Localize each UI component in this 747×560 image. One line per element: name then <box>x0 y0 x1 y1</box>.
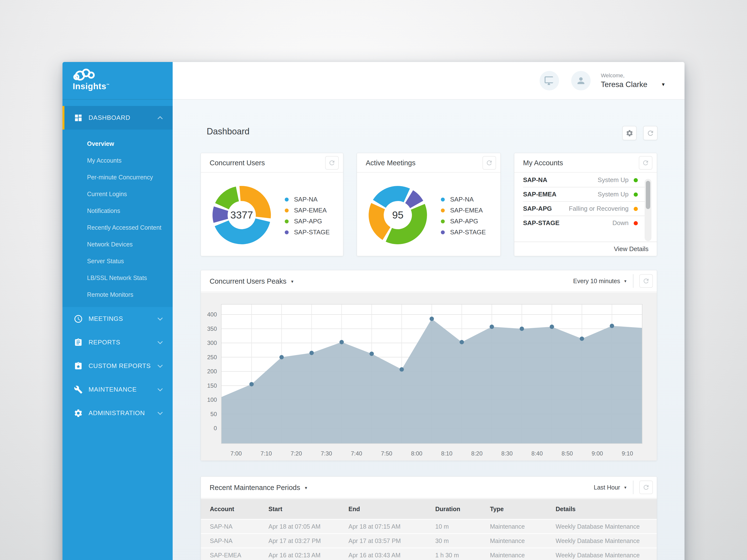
legend-item-sap-stage: SAP-STAGE <box>441 227 486 238</box>
scrollbar-thumb[interactable] <box>646 181 650 209</box>
sidebar-section-label: CUSTOM REPORTS <box>88 362 151 370</box>
sidebar-item-overview[interactable]: Overview <box>62 135 173 152</box>
clock-icon <box>73 314 84 324</box>
account-row-sap-stage: SAP-STAGEDown <box>523 216 648 231</box>
account-name: SAP-APG <box>523 202 552 216</box>
y-tick-label: 150 <box>201 382 217 389</box>
legend-item-sap-emea: SAP-EMEA <box>441 205 486 216</box>
column-header-end: End <box>349 499 360 519</box>
refresh-peaks-button[interactable] <box>639 274 653 288</box>
peaks-title-dropdown[interactable]: Concurrent Users Peaks▼ <box>210 270 294 293</box>
cloud-logo-icon <box>73 67 100 82</box>
refresh-icon <box>642 159 649 166</box>
sidebar-item-per-minute-concurrency[interactable]: Per-minute Concurrency <box>62 169 173 186</box>
x-tick-label: 7:20 <box>281 450 311 457</box>
table-cell: 10 m <box>435 519 449 534</box>
sidebar-section-meetings[interactable]: MEETINGS <box>62 307 173 330</box>
x-tick-label: 8:00 <box>402 450 432 457</box>
refresh-concurrent-users-button[interactable] <box>325 156 339 170</box>
caret-down-icon: ▼ <box>290 279 294 284</box>
monitor-button[interactable] <box>540 71 559 90</box>
data-point-8:20 <box>460 340 464 344</box>
account-status: System Up <box>598 187 628 201</box>
welcome-label: Welcome, <box>601 73 666 79</box>
settings-button[interactable] <box>622 126 637 140</box>
data-point-8:40 <box>520 327 524 331</box>
y-tick-label: 300 <box>201 340 217 346</box>
maintenance-table: AccountStartEndDurationTypeDetails SAP-N… <box>201 499 657 560</box>
y-tick-label: 100 <box>201 396 217 403</box>
table-cell: Weekly Database Maintenance <box>556 548 640 560</box>
table-row: SAP-EMEAApr 16 at 02:13 AMApr 16 at 03:4… <box>201 548 657 560</box>
table-cell: 30 m <box>435 534 449 548</box>
clipboard-icon <box>73 337 84 348</box>
user-menu[interactable]: Welcome, Teresa Clarke ▼ <box>601 73 666 89</box>
table-cell: Apr 17 at 03:57 PM <box>349 534 401 548</box>
data-point-7:50 <box>369 351 374 356</box>
accounts-scrollbar[interactable] <box>645 179 651 241</box>
sidebar-section-maintenance[interactable]: MAINTENANCE <box>62 378 173 401</box>
column-header-type: Type <box>490 499 504 519</box>
chevron-down-icon <box>158 339 163 344</box>
sidebar-item-notifications[interactable]: Notifications <box>62 203 173 219</box>
person-icon <box>576 76 586 86</box>
my-accounts-card: My Accounts SAP-NASystem UpSAP-EMEASyste… <box>514 153 657 256</box>
concurrent-users-peaks-card: Concurrent Users Peaks▼ Every 10 minutes… <box>201 270 657 461</box>
sidebar-item-my-accounts[interactable]: My Accounts <box>62 152 173 169</box>
table-header-row: AccountStartEndDurationTypeDetails <box>201 499 657 519</box>
sidebar-item-server-status[interactable]: Server Status <box>62 253 173 270</box>
account-row-sap-na: SAP-NASystem Up <box>523 173 648 187</box>
table-cell: Maintenance <box>490 548 525 560</box>
time-range-dropdown[interactable]: Last Hour <box>594 484 620 491</box>
chevron-down-icon <box>158 316 163 321</box>
legend-dot-icon <box>285 219 289 223</box>
refresh-page-button[interactable] <box>643 126 658 140</box>
legend-item-sap-na: SAP-NA <box>285 194 330 205</box>
user-avatar[interactable] <box>571 71 591 90</box>
legend-dot-icon <box>441 219 445 223</box>
legend-dot-icon <box>441 197 445 202</box>
sidebar: Insights™ DASHBOARDOverviewMy AccountsPe… <box>62 62 173 560</box>
data-point-7:20 <box>279 355 284 359</box>
chevron-down-icon <box>158 410 163 415</box>
sidebar-item-network-devices[interactable]: Network Devices <box>62 236 173 253</box>
data-point-7:10 <box>250 382 254 386</box>
table-cell: 1 h 30 m <box>435 548 459 560</box>
caret-down-icon: ▼ <box>304 486 308 490</box>
view-details-link[interactable]: View Details <box>614 242 648 256</box>
user-menu-caret-icon[interactable]: ▼ <box>661 82 666 87</box>
sidebar-item-lb-ssl-network-stats[interactable]: LB/SSL Network Stats <box>62 270 173 286</box>
sidebar-section-administration[interactable]: ADMINISTRATION <box>62 401 173 425</box>
x-tick-label: 9:10 <box>612 450 642 457</box>
refresh-active-meetings-button[interactable] <box>483 156 496 170</box>
page-title: Dashboard <box>207 126 250 137</box>
sidebar-section-reports[interactable]: REPORTS <box>62 330 173 354</box>
legend-label: SAP-STAGE <box>294 229 330 236</box>
app-logo: Insights™ <box>62 62 173 100</box>
legend-label: SAP-APG <box>450 217 478 225</box>
caret-down-icon[interactable]: ▼ <box>623 279 627 283</box>
legend-label: SAP-NA <box>450 196 474 203</box>
legend-item-sap-stage: SAP-STAGE <box>285 227 330 238</box>
table-cell: Weekly Database Maintenance <box>556 534 640 548</box>
sidebar-item-remote-monitors[interactable]: Remote Monitors <box>62 286 173 303</box>
app-window: Insights™ DASHBOARDOverviewMy AccountsPe… <box>62 62 685 560</box>
refresh-icon <box>647 129 654 137</box>
legend-dot-icon <box>441 231 445 234</box>
interval-dropdown[interactable]: Every 10 minutes <box>573 277 620 285</box>
account-name: SAP-EMEA <box>523 187 556 201</box>
sidebar-item-current-logins[interactable]: Current Logins <box>62 186 173 203</box>
table-cell: Apr 18 at 07:05 AM <box>268 519 320 534</box>
legend-label: SAP-STAGE <box>450 229 486 236</box>
maintenance-title-dropdown[interactable]: Recent Maintenance Periods▼ <box>210 477 308 499</box>
sidebar-section-dashboard[interactable]: DASHBOARD <box>62 106 173 130</box>
concurrent-users-donut: 3377 <box>211 185 272 245</box>
legend-item-sap-apg: SAP-APG <box>285 216 330 227</box>
sidebar-item-recently-accessed-content[interactable]: Recently Accessed Content <box>62 219 173 236</box>
table-cell: SAP-EMEA <box>210 548 241 560</box>
my-accounts-footer: View Details <box>514 242 657 256</box>
refresh-my-accounts-button[interactable] <box>639 156 652 170</box>
refresh-maintenance-button[interactable] <box>639 481 653 494</box>
sidebar-section-custom-reports[interactable]: CUSTOM REPORTS <box>62 354 173 378</box>
caret-down-icon[interactable]: ▼ <box>623 485 627 489</box>
